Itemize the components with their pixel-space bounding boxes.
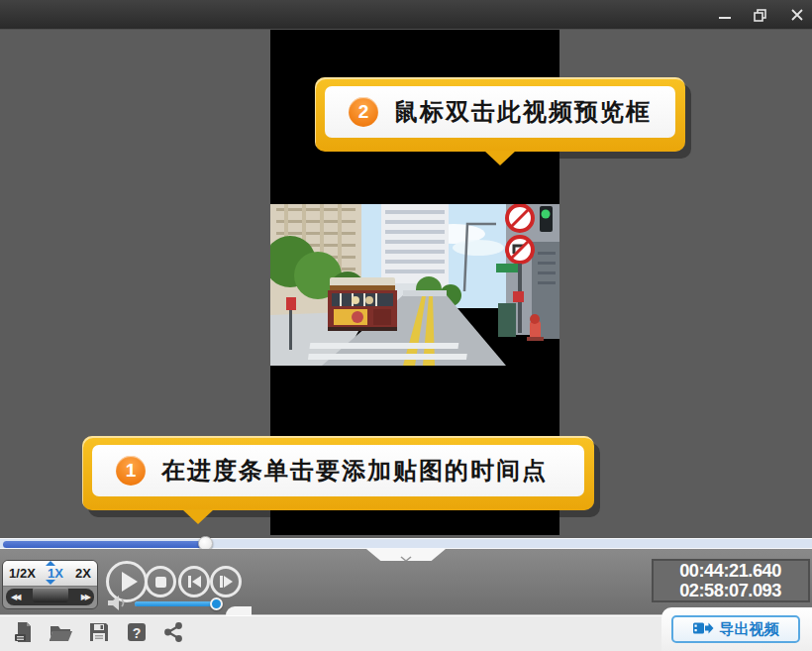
- tooltip-step2-text: 鼠标双击此视频预览框: [394, 96, 652, 128]
- collapse-panel-tab[interactable]: [366, 549, 446, 561]
- export-video-icon: [693, 621, 714, 638]
- previous-frame-button[interactable]: [178, 566, 210, 597]
- tooltip-step1: 1 在进度条单击要添加贴图的时间点: [82, 436, 594, 510]
- open-folder-button[interactable]: [49, 622, 74, 646]
- save-icon: [87, 620, 111, 648]
- volume-handle[interactable]: [210, 597, 223, 610]
- speed-option-half[interactable]: 1/2X: [9, 566, 36, 581]
- stop-icon: [155, 577, 166, 588]
- playback-speed-selector: 1/2X 1X 2X: [3, 561, 97, 587]
- jog-shuttle: ◀◀ ▶▶: [3, 587, 97, 608]
- volume-fill: [135, 601, 217, 606]
- restore-button[interactable]: [748, 5, 773, 25]
- volume-control: [107, 595, 236, 612]
- stop-button[interactable]: [145, 566, 176, 597]
- volume-slider[interactable]: [135, 601, 222, 606]
- preview-stage: 2 鼠标双击此视频预览框 1 在进度条单击要添加贴图的时间点: [0, 30, 812, 538]
- transport-bar: 1/2X 1X 2X ◀◀ ▶▶: [0, 549, 812, 614]
- close-button[interactable]: [784, 5, 810, 25]
- close-icon: [791, 9, 803, 21]
- tooltip-step1-text: 在进度条单击要添加贴图的时间点: [161, 455, 548, 487]
- minimize-button[interactable]: [712, 5, 738, 25]
- timecode-display: 00:44:21.640 02:58:07.093: [652, 559, 810, 602]
- tooltip-step2-arrow-down: [484, 151, 516, 165]
- video-frame-image: [270, 204, 559, 366]
- speed-option-1x[interactable]: 1X: [48, 566, 63, 581]
- export-video-button[interactable]: 导出视频: [671, 615, 800, 643]
- play-icon: [122, 572, 138, 592]
- svg-text:?: ?: [133, 625, 142, 641]
- speed-selected-arrow-down-icon: [46, 580, 55, 585]
- speed-option-2x[interactable]: 2X: [75, 566, 91, 581]
- speed-shuttle-control: 1/2X 1X 2X ◀◀ ▶▶: [2, 560, 98, 609]
- shuttle-rewind-icon[interactable]: ◀◀: [11, 594, 19, 601]
- step1-number-badge: 1: [116, 456, 146, 486]
- next-frame-icon: [220, 576, 233, 588]
- shuttle-forward-icon[interactable]: ▶▶: [81, 594, 89, 601]
- window-titlebar: [0, 0, 812, 30]
- next-frame-button[interactable]: [210, 566, 242, 597]
- seek-bar[interactable]: [0, 538, 812, 549]
- timecode-total: 02:58:07.093: [680, 581, 782, 600]
- open-folder-icon: [49, 620, 74, 648]
- minimize-icon: [719, 9, 731, 21]
- project-file-icon: [12, 620, 36, 648]
- video-editor-window: 2 鼠标双击此视频预览框 1 在进度条单击要添加贴图的时间点 1/2X 1X: [0, 0, 812, 651]
- shuttle-knob[interactable]: [33, 588, 68, 602]
- chevron-down-icon: [399, 549, 413, 567]
- speaker-icon[interactable]: [107, 595, 129, 615]
- previous-frame-icon: [188, 576, 201, 588]
- save-button[interactable]: [86, 622, 112, 646]
- tooltip-step1-body: 1 在进度条单击要添加贴图的时间点: [92, 445, 584, 496]
- help-icon: ?: [125, 620, 149, 648]
- share-icon: [161, 620, 185, 648]
- timecode-current: 00:44:21.640: [680, 561, 782, 581]
- tooltip-step1-arrow-down: [182, 509, 214, 524]
- tooltip-step2: 2 鼠标双击此视频预览框: [315, 77, 685, 152]
- help-button[interactable]: ?: [124, 622, 150, 646]
- share-button[interactable]: [160, 622, 186, 646]
- step2-number-badge: 2: [349, 97, 378, 127]
- speed-selected-arrow-up-icon: [46, 561, 55, 566]
- project-file-button[interactable]: [11, 622, 37, 646]
- panel-curve-decoration: [226, 606, 252, 615]
- export-video-label: 导出视频: [720, 620, 779, 639]
- restore-icon: [754, 9, 767, 22]
- tooltip-step2-body: 2 鼠标双击此视频预览框: [325, 86, 675, 138]
- progress-fill: [3, 541, 208, 548]
